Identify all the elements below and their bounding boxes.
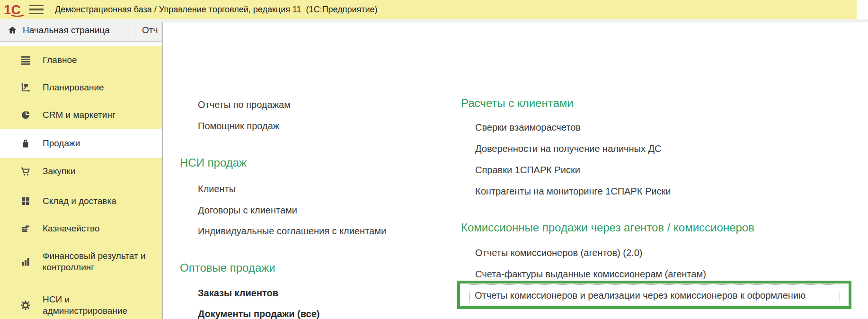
sidebar-item-label: Склад и доставка: [43, 195, 116, 207]
hamburger-menu-icon[interactable]: [29, 5, 44, 14]
window-title: Демонстрационная база / Управление торго…: [55, 0, 378, 19]
grid-icon: [19, 195, 32, 207]
menu-item-sales-assistant[interactable]: Помощник продаж: [198, 120, 279, 132]
sales-section-menu-panel: Отчеты по продажам Помощник продаж НСИ п…: [162, 22, 868, 319]
planning-icon: [19, 82, 32, 93]
home-icon: [7, 25, 18, 35]
menu-item-individual-agreements[interactable]: Индивидуальные соглашения с клиентами: [198, 225, 386, 237]
menu-item-commission-reports-registration[interactable]: Отчеты комиссионеров и реализации через …: [469, 284, 840, 305]
sidebar-item-label: Продажи: [43, 138, 80, 149]
section-header-wholesale: Оптовые продажи: [180, 261, 275, 275]
cart-icon: [19, 166, 32, 177]
pie-chart-icon: [19, 109, 32, 121]
sidebar-item-label: Финансовый результат и контроллинг: [43, 250, 146, 273]
section-header-client-settlements: Расчеты с клиентами: [461, 96, 574, 110]
sidebar-item-label: Закупки: [43, 166, 75, 177]
bar-chart-icon: [19, 256, 32, 267]
section-header-nsi-sales: НСИ продаж: [180, 156, 247, 170]
sidebar-item-warehouse[interactable]: Склад и доставка: [0, 187, 162, 215]
coins-icon: [19, 223, 32, 234]
menu-item-reconciliations[interactable]: Сверки взаиморасчетов: [475, 122, 581, 133]
sidebar-item-label: CRM и маркетинг: [43, 109, 115, 121]
sidebar-item-planning[interactable]: Планирование: [0, 74, 162, 101]
1c-logo-icon[interactable]: 1С: [4, 2, 25, 17]
tab-home-label: Начальная страница: [23, 25, 110, 35]
menu-item-sales-reports[interactable]: Отчеты по продажам: [198, 99, 291, 110]
menu-item-invoices-to-commissioners[interactable]: Счета-фактуры выданные комиссионерам (аг…: [475, 268, 706, 280]
menu-item-1spark-monitoring[interactable]: Контрагенты на мониторинге 1СПАРК Риски: [475, 186, 671, 197]
menu-item-clients[interactable]: Клиенты: [198, 183, 236, 195]
sidebar-item-main[interactable]: Главное: [0, 46, 162, 74]
tab-home-page[interactable]: Начальная страница: [0, 19, 135, 42]
menu-item-client-contracts[interactable]: Договоры с клиентами: [198, 204, 297, 216]
menu-item-1spark-certificates[interactable]: Справки 1СПАРК Риски: [475, 164, 580, 176]
sidebar-item-finance[interactable]: Финансовый результат и контроллинг: [0, 246, 162, 277]
menu-item-sales-documents-all[interactable]: Документы продажи (все): [198, 308, 319, 319]
sidebar-item-purchases[interactable]: Закупки: [0, 158, 162, 185]
shopping-bag-icon: [19, 138, 32, 149]
gear-icon: [19, 300, 32, 311]
sidebar-item-label: Главное: [43, 54, 77, 66]
menu-item-cash-powers-of-attorney[interactable]: Доверенности на получение наличных ДС: [475, 143, 662, 154]
menu-item-client-orders[interactable]: Заказы клиентов: [198, 287, 278, 299]
green-highlight-box: Отчеты комиссионеров и реализации через …: [457, 281, 851, 309]
tab-reports-label: Отч: [142, 25, 158, 35]
sidebar-item-crm[interactable]: CRM и маркетинг: [0, 101, 162, 129]
sidebar-item-treasury[interactable]: Казначейство: [0, 215, 162, 242]
sidebar-item-sales[interactable]: Продажи: [0, 129, 162, 158]
section-header-commission-sales: Комиссионные продажи через агентов / ком…: [461, 221, 754, 235]
sidebar-item-label: Казначейство: [43, 223, 100, 234]
top-bar: 1С Демонстрационная база / Управление то…: [0, 0, 857, 19]
menu-item-commission-agent-reports-20[interactable]: Отчеты комиссионеров (агентов) (2.0): [475, 247, 642, 258]
sidebar-item-label: НСИ и администрирование: [43, 294, 127, 317]
menu-icon: [19, 54, 32, 66]
sidebar-item-label: Планирование: [43, 82, 104, 93]
tab-reports-partial[interactable]: Отч: [136, 19, 162, 42]
sidebar-item-admin[interactable]: НСИ и администрирование: [0, 290, 162, 319]
